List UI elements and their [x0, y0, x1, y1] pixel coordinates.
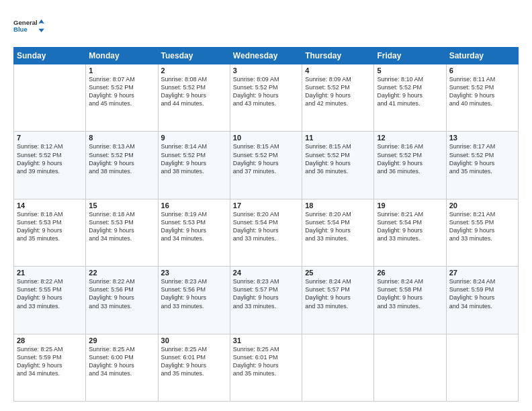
calendar: SundayMondayTuesdayWednesdayThursdayFrid… [13, 47, 519, 402]
calendar-cell: 28Sunrise: 8:25 AMSunset: 5:59 PMDayligh… [14, 334, 86, 401]
day-number: 16 [161, 201, 227, 210]
cell-info: Sunrise: 8:25 AMSunset: 6:01 PMDaylight:… [233, 345, 299, 378]
cell-info: Sunrise: 8:24 AMSunset: 5:58 PMDaylight:… [377, 277, 443, 310]
day-number: 17 [233, 201, 299, 210]
page: General Blue SundayMondayTuesdayWednesda… [0, 0, 532, 411]
cell-info: Sunrise: 8:21 AMSunset: 5:54 PMDaylight:… [377, 210, 443, 243]
calendar-cell: 23Sunrise: 8:23 AMSunset: 5:56 PMDayligh… [158, 267, 230, 334]
cell-info: Sunrise: 8:15 AMSunset: 5:52 PMDaylight:… [233, 142, 299, 175]
dow-header: Tuesday [158, 48, 230, 64]
calendar-cell [302, 334, 374, 401]
calendar-cell: 25Sunrise: 8:24 AMSunset: 5:57 PMDayligh… [302, 267, 374, 334]
calendar-cell: 6Sunrise: 8:11 AMSunset: 5:52 PMDaylight… [446, 64, 518, 132]
cell-info: Sunrise: 8:17 AMSunset: 5:52 PMDaylight:… [449, 142, 515, 175]
cell-info: Sunrise: 8:22 AMSunset: 5:56 PMDaylight:… [89, 277, 154, 310]
calendar-cell: 8Sunrise: 8:13 AMSunset: 5:52 PMDaylight… [86, 132, 158, 199]
day-number: 22 [89, 269, 154, 277]
calendar-cell: 14Sunrise: 8:18 AMSunset: 5:53 PMDayligh… [14, 199, 86, 266]
calendar-cell: 10Sunrise: 8:15 AMSunset: 5:52 PMDayligh… [230, 132, 302, 199]
cell-info: Sunrise: 8:25 AMSunset: 6:01 PMDaylight:… [161, 345, 227, 378]
day-number: 20 [449, 201, 515, 210]
calendar-cell: 21Sunrise: 8:22 AMSunset: 5:55 PMDayligh… [14, 267, 86, 334]
dow-header: Wednesday [230, 48, 302, 64]
calendar-week-row: 1Sunrise: 8:07 AMSunset: 5:52 PMDaylight… [14, 64, 519, 132]
calendar-cell: 17Sunrise: 8:20 AMSunset: 5:54 PMDayligh… [230, 199, 302, 266]
calendar-cell: 2Sunrise: 8:08 AMSunset: 5:52 PMDaylight… [158, 64, 230, 132]
cell-info: Sunrise: 8:16 AMSunset: 5:52 PMDaylight:… [377, 142, 443, 175]
day-number: 24 [233, 269, 299, 277]
cell-info: Sunrise: 8:24 AMSunset: 5:59 PMDaylight:… [449, 277, 515, 310]
day-number: 13 [449, 134, 515, 142]
calendar-cell: 18Sunrise: 8:20 AMSunset: 5:54 PMDayligh… [302, 199, 374, 266]
calendar-cell: 9Sunrise: 8:14 AMSunset: 5:52 PMDaylight… [158, 132, 230, 199]
day-number: 12 [377, 134, 443, 142]
calendar-week-row: 21Sunrise: 8:22 AMSunset: 5:55 PMDayligh… [14, 267, 519, 334]
calendar-cell: 29Sunrise: 8:25 AMSunset: 6:00 PMDayligh… [86, 334, 158, 401]
cell-info: Sunrise: 8:23 AMSunset: 5:57 PMDaylight:… [233, 277, 299, 310]
calendar-cell: 19Sunrise: 8:21 AMSunset: 5:54 PMDayligh… [374, 199, 446, 266]
calendar-cell: 11Sunrise: 8:15 AMSunset: 5:52 PMDayligh… [302, 132, 374, 199]
cell-info: Sunrise: 8:15 AMSunset: 5:52 PMDaylight:… [305, 142, 371, 175]
day-number: 4 [305, 66, 371, 75]
day-number: 18 [305, 201, 371, 210]
calendar-cell: 16Sunrise: 8:19 AMSunset: 5:53 PMDayligh… [158, 199, 230, 266]
dow-header: Sunday [14, 48, 86, 64]
calendar-cell: 5Sunrise: 8:10 AMSunset: 5:52 PMDaylight… [374, 64, 446, 132]
day-number: 25 [305, 269, 371, 277]
day-number: 11 [305, 134, 371, 142]
cell-info: Sunrise: 8:25 AMSunset: 6:00 PMDaylight:… [89, 345, 154, 378]
calendar-cell [374, 334, 446, 401]
cell-info: Sunrise: 8:24 AMSunset: 5:57 PMDaylight:… [305, 277, 371, 310]
cell-info: Sunrise: 8:08 AMSunset: 5:52 PMDaylight:… [161, 75, 227, 108]
cell-info: Sunrise: 8:20 AMSunset: 5:54 PMDaylight:… [305, 210, 371, 243]
dow-header: Monday [86, 48, 158, 64]
calendar-cell [14, 64, 86, 132]
cell-info: Sunrise: 8:25 AMSunset: 5:59 PMDaylight:… [17, 345, 83, 378]
day-number: 29 [89, 336, 154, 345]
calendar-cell: 31Sunrise: 8:25 AMSunset: 6:01 PMDayligh… [230, 334, 302, 401]
calendar-cell: 26Sunrise: 8:24 AMSunset: 5:58 PMDayligh… [374, 267, 446, 334]
logo: General Blue [13, 12, 46, 40]
calendar-cell: 30Sunrise: 8:25 AMSunset: 6:01 PMDayligh… [158, 334, 230, 401]
day-number: 31 [233, 336, 299, 345]
day-number: 10 [233, 134, 299, 142]
calendar-cell: 12Sunrise: 8:16 AMSunset: 5:52 PMDayligh… [374, 132, 446, 199]
day-number: 28 [17, 336, 83, 345]
cell-info: Sunrise: 8:09 AMSunset: 5:52 PMDaylight:… [305, 75, 371, 108]
calendar-cell: 24Sunrise: 8:23 AMSunset: 5:57 PMDayligh… [230, 267, 302, 334]
day-number: 8 [89, 134, 154, 142]
day-number: 9 [161, 134, 227, 142]
calendar-cell: 15Sunrise: 8:18 AMSunset: 5:53 PMDayligh… [86, 199, 158, 266]
day-number: 26 [377, 269, 443, 277]
cell-info: Sunrise: 8:10 AMSunset: 5:52 PMDaylight:… [377, 75, 443, 108]
calendar-cell [446, 334, 518, 401]
day-number: 15 [89, 201, 154, 210]
calendar-week-row: 7Sunrise: 8:12 AMSunset: 5:52 PMDaylight… [14, 132, 519, 199]
cell-info: Sunrise: 8:23 AMSunset: 5:56 PMDaylight:… [161, 277, 227, 310]
day-number: 7 [17, 134, 83, 142]
cell-info: Sunrise: 8:18 AMSunset: 5:53 PMDaylight:… [17, 210, 83, 243]
calendar-cell: 22Sunrise: 8:22 AMSunset: 5:56 PMDayligh… [86, 267, 158, 334]
logo-svg: General Blue [13, 12, 46, 40]
dow-header: Saturday [446, 48, 518, 64]
day-number: 19 [377, 201, 443, 210]
days-of-week-row: SundayMondayTuesdayWednesdayThursdayFrid… [14, 48, 519, 64]
day-number: 23 [161, 269, 227, 277]
cell-info: Sunrise: 8:20 AMSunset: 5:54 PMDaylight:… [233, 210, 299, 243]
day-number: 1 [89, 66, 154, 75]
dow-header: Thursday [302, 48, 374, 64]
day-number: 30 [161, 336, 227, 345]
header: General Blue [13, 12, 519, 40]
day-number: 5 [377, 66, 443, 75]
cell-info: Sunrise: 8:22 AMSunset: 5:55 PMDaylight:… [17, 277, 83, 310]
cell-info: Sunrise: 8:11 AMSunset: 5:52 PMDaylight:… [449, 75, 515, 108]
cell-info: Sunrise: 8:13 AMSunset: 5:52 PMDaylight:… [89, 142, 154, 175]
calendar-cell: 3Sunrise: 8:09 AMSunset: 5:52 PMDaylight… [230, 64, 302, 132]
calendar-week-row: 14Sunrise: 8:18 AMSunset: 5:53 PMDayligh… [14, 199, 519, 266]
cell-info: Sunrise: 8:12 AMSunset: 5:52 PMDaylight:… [17, 142, 83, 175]
day-number: 14 [17, 201, 83, 210]
day-number: 3 [233, 66, 299, 75]
cell-info: Sunrise: 8:14 AMSunset: 5:52 PMDaylight:… [161, 142, 227, 175]
cell-info: Sunrise: 8:07 AMSunset: 5:52 PMDaylight:… [89, 75, 154, 108]
svg-text:Blue: Blue [13, 26, 28, 33]
